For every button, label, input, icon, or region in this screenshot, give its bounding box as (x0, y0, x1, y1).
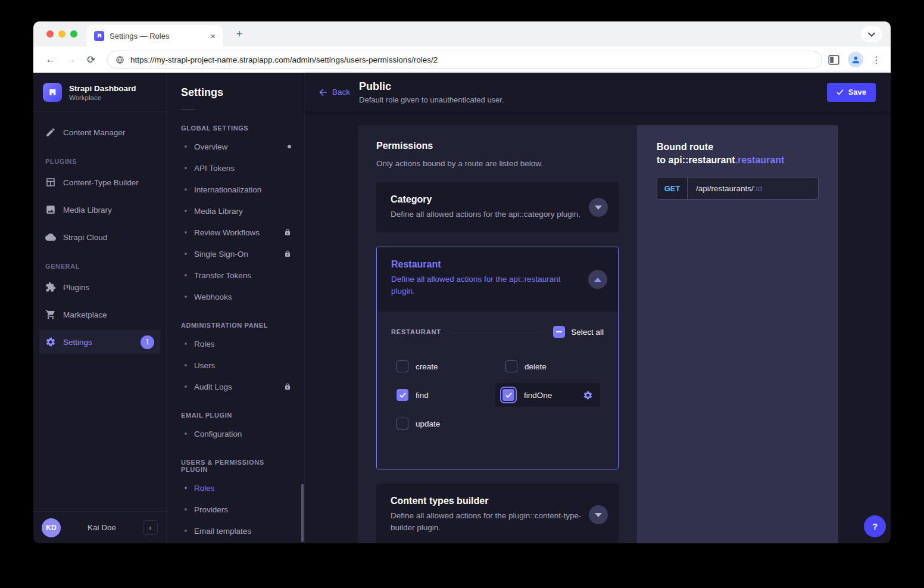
subnav-scrollbar[interactable] (301, 484, 304, 542)
subnav-item-label: Media Library (194, 207, 243, 216)
cloud-icon (45, 232, 56, 242)
page-header: Back Public Default role given to unauth… (305, 73, 891, 111)
permissions-grid: create delete (391, 352, 604, 438)
bound-route-highlight: .restaurant (735, 155, 785, 165)
subnav-item-webhooks[interactable]: Webhooks (167, 286, 304, 307)
tab-search-button[interactable] (861, 26, 882, 42)
subnav-item-media-library[interactable]: Media Library (167, 200, 304, 222)
main-area: Back Public Default role given to unauth… (305, 73, 891, 543)
sidebar-item-content-type-builder[interactable]: Content-Type Builder (39, 170, 160, 194)
select-all-checkbox[interactable] (553, 326, 565, 338)
accordion-title: Content types builder (391, 496, 583, 506)
pen-icon (45, 127, 56, 138)
minimize-window-button[interactable] (58, 30, 65, 38)
subnav-item-audit-logs[interactable]: Audit Logs (167, 376, 304, 397)
sidebar-item-settings[interactable]: Settings 1 (39, 330, 160, 354)
route-path: /api/restaurants/:id (688, 178, 770, 199)
check-icon (399, 393, 406, 398)
subnav-item-up-roles[interactable]: Roles (167, 477, 304, 499)
subnav-title: Settings (181, 86, 290, 99)
subnav-item-single-sign-on[interactable]: Single Sign-On (167, 243, 304, 265)
check-icon (836, 89, 844, 95)
find-checkbox[interactable] (397, 389, 408, 401)
url-text[interactable]: https://my-strapi-project-name.strapiapp… (130, 55, 438, 64)
sidebar-item-marketplace[interactable]: Marketplace (39, 303, 160, 326)
findone-checkbox[interactable] (502, 389, 514, 401)
subnav-item-label: Roles (194, 340, 215, 349)
browser-profile-avatar[interactable] (848, 52, 863, 67)
subnav-item-overview[interactable]: Overview (167, 136, 304, 157)
update-checkbox[interactable] (397, 418, 408, 430)
findone-selected-row[interactable]: findOne (495, 383, 600, 407)
accordion-restaurant-header[interactable]: Restaurant Define all allowed actions fo… (377, 247, 618, 312)
sidebar-item-content-manager[interactable]: Content Manager (39, 120, 160, 144)
bullet-icon (185, 295, 187, 298)
permission-label: findOne (524, 391, 552, 400)
subnav-item-api-tokens[interactable]: API Tokens (167, 157, 304, 179)
tab-close-icon[interactable]: × (210, 31, 216, 41)
forward-nav-icon[interactable]: → (63, 51, 79, 68)
divider (449, 332, 540, 332)
side-panel-icon[interactable] (828, 55, 839, 65)
back-link[interactable]: Back (319, 88, 350, 97)
help-button[interactable]: ? (864, 515, 886, 537)
advanced-settings-cog-button[interactable] (583, 390, 593, 400)
gear-icon (583, 390, 593, 400)
bullet-icon (185, 188, 187, 191)
subnav-item-label: Webhooks (194, 293, 232, 301)
select-all-label: Select all (571, 328, 604, 337)
subnav-item-label: Audit Logs (194, 382, 232, 391)
create-checkbox[interactable] (397, 360, 408, 372)
accordion-category[interactable]: Category Define all allowed actions for … (376, 182, 619, 232)
user-avatar[interactable]: KD (42, 518, 61, 537)
browser-menu-icon[interactable]: ⋮ (872, 54, 881, 66)
strapi-favicon-icon (94, 31, 104, 41)
subnav-item-review-workflows[interactable]: Review Workflows (167, 222, 304, 243)
sidebar-item-strapi-cloud[interactable]: Strapi Cloud (39, 225, 160, 249)
close-window-button[interactable] (46, 30, 54, 38)
permissions-subtitle: Only actions bound by a route are listed… (376, 159, 619, 168)
bullet-icon (185, 167, 187, 169)
save-label: Save (848, 88, 866, 97)
permissions-panel: Permissions Only actions bound by a rout… (358, 125, 637, 543)
restaurant-permissions-body: RESTAURANT Select all (377, 312, 618, 469)
subnav-item-admin-roles[interactable]: Roles (167, 333, 304, 354)
subnav-group-global-settings: GLOBAL SETTINGS (181, 125, 290, 132)
sidebar-item-label: Media Library (63, 206, 112, 214)
collapse-restaurant-button[interactable] (588, 270, 607, 289)
subnav-item-providers[interactable]: Providers (167, 499, 304, 520)
sidebar-item-plugins[interactable]: Plugins (39, 275, 160, 299)
back-nav-icon[interactable]: ← (42, 51, 59, 68)
url-bar[interactable]: https://my-strapi-project-name.strapiapp… (107, 51, 822, 69)
browser-tab[interactable]: Settings — Roles × (87, 25, 223, 46)
sidebar-item-media-library[interactable]: Media Library (39, 198, 160, 222)
save-button[interactable]: Save (827, 83, 876, 102)
collapse-sidebar-button[interactable]: ‹ (143, 520, 158, 535)
accordion-content-types-builder[interactable]: Content types builder Define all allowed… (376, 484, 619, 543)
subnav-item-label: Configuration (194, 430, 242, 438)
check-icon (505, 393, 512, 398)
workspace-switcher[interactable]: Strapi Dashboard Workplace (33, 73, 166, 111)
subnav-item-transfer-tokens[interactable]: Transfer Tokens (167, 265, 304, 286)
permission-create: create (391, 360, 500, 372)
new-tab-button[interactable]: + (232, 27, 246, 41)
subnav-item-label: Overview (194, 142, 227, 151)
bullet-icon (185, 364, 187, 366)
permission-findone: findOne (500, 383, 604, 407)
subnav-item-configuration[interactable]: Configuration (167, 423, 304, 444)
expand-ctb-button[interactable] (589, 505, 608, 524)
subnav-item-internationalization[interactable]: Internationalization (167, 179, 304, 200)
select-all-control[interactable]: Select all (553, 326, 604, 338)
chevron-up-icon (594, 278, 601, 282)
delete-checkbox[interactable] (505, 360, 517, 372)
expand-category-button[interactable] (589, 198, 608, 217)
chevron-down-icon (595, 206, 602, 210)
subnav-item-label: Roles (194, 484, 215, 493)
gear-icon (45, 337, 56, 347)
zoom-window-button[interactable] (70, 30, 77, 38)
reload-icon[interactable]: ⟳ (83, 51, 99, 68)
bullet-icon (185, 385, 187, 388)
subnav-item-users[interactable]: Users (167, 354, 304, 376)
cart-icon (45, 309, 56, 320)
subnav-item-email-templates[interactable]: Email templates (167, 520, 304, 542)
